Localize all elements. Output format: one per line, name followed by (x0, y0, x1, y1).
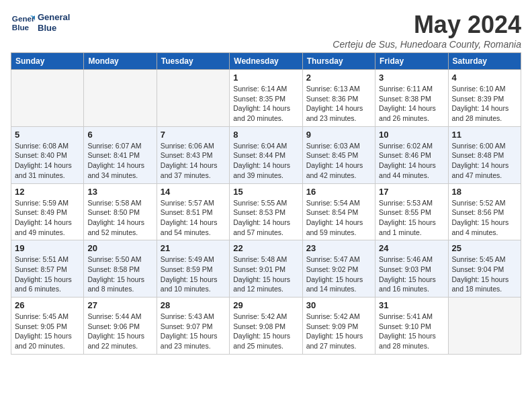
calendar-cell: 18Sunrise: 5:52 AM Sunset: 8:56 PM Dayli… (448, 183, 521, 240)
calendar-cell: 3Sunrise: 6:11 AM Sunset: 8:38 PM Daylig… (375, 70, 448, 127)
day-info: Sunrise: 5:55 AM Sunset: 8:53 PM Dayligh… (233, 198, 298, 238)
day-number: 15 (233, 187, 298, 197)
day-number: 1 (233, 73, 298, 83)
day-info: Sunrise: 5:57 AM Sunset: 8:51 PM Dayligh… (161, 198, 226, 238)
day-number: 20 (87, 243, 152, 253)
calendar-cell: 24Sunrise: 5:46 AM Sunset: 9:03 PM Dayli… (375, 240, 448, 298)
day-info: Sunrise: 5:42 AM Sunset: 9:09 PM Dayligh… (306, 312, 371, 351)
calendar-cell (157, 70, 229, 127)
week-row-1: 5Sunrise: 6:08 AM Sunset: 8:40 PM Daylig… (11, 126, 521, 183)
day-info: Sunrise: 6:03 AM Sunset: 8:45 PM Dayligh… (306, 141, 371, 181)
day-number: 5 (15, 130, 80, 140)
weekday-header-friday: Friday (375, 53, 448, 70)
weekday-header-saturday: Saturday (448, 53, 521, 70)
day-info: Sunrise: 6:08 AM Sunset: 8:40 PM Dayligh… (15, 141, 80, 181)
calendar-cell: 29Sunrise: 5:42 AM Sunset: 9:08 PM Dayli… (230, 298, 302, 355)
week-row-4: 26Sunrise: 5:45 AM Sunset: 9:05 PM Dayli… (11, 298, 521, 355)
logo-line1: General (38, 12, 70, 23)
day-info: Sunrise: 6:00 AM Sunset: 8:48 PM Dayligh… (452, 141, 517, 181)
calendar-cell: 21Sunrise: 5:49 AM Sunset: 8:59 PM Dayli… (157, 240, 229, 298)
day-info: Sunrise: 6:06 AM Sunset: 8:43 PM Dayligh… (161, 141, 226, 181)
day-info: Sunrise: 5:54 AM Sunset: 8:54 PM Dayligh… (306, 198, 371, 238)
calendar-cell: 30Sunrise: 5:42 AM Sunset: 9:09 PM Dayli… (302, 298, 375, 355)
calendar-cell: 15Sunrise: 5:55 AM Sunset: 8:53 PM Dayli… (230, 183, 302, 240)
calendar-cell: 23Sunrise: 5:47 AM Sunset: 9:02 PM Dayli… (302, 240, 375, 298)
logo: General Blue General Blue (11, 11, 70, 35)
day-info: Sunrise: 5:45 AM Sunset: 9:04 PM Dayligh… (452, 255, 517, 294)
day-number: 22 (233, 243, 298, 253)
weekday-header-tuesday: Tuesday (157, 53, 229, 70)
calendar-cell: 9Sunrise: 6:03 AM Sunset: 8:45 PM Daylig… (302, 126, 375, 183)
day-number: 18 (452, 187, 517, 197)
day-number: 3 (379, 73, 444, 83)
day-info: Sunrise: 6:04 AM Sunset: 8:44 PM Dayligh… (233, 141, 298, 181)
day-number: 10 (379, 130, 444, 140)
calendar-cell: 26Sunrise: 5:45 AM Sunset: 9:05 PM Dayli… (11, 298, 84, 355)
day-info: Sunrise: 6:10 AM Sunset: 8:39 PM Dayligh… (452, 84, 517, 124)
svg-text:Blue: Blue (12, 23, 30, 32)
day-number: 12 (15, 187, 80, 197)
day-number: 26 (15, 300, 80, 310)
calendar-cell: 25Sunrise: 5:45 AM Sunset: 9:04 PM Dayli… (448, 240, 521, 298)
calendar-cell: 10Sunrise: 6:02 AM Sunset: 8:46 PM Dayli… (375, 126, 448, 183)
calendar-cell: 22Sunrise: 5:48 AM Sunset: 9:01 PM Dayli… (230, 240, 302, 298)
day-number: 27 (87, 300, 152, 310)
day-info: Sunrise: 5:47 AM Sunset: 9:02 PM Dayligh… (306, 255, 371, 294)
weekday-header-row: SundayMondayTuesdayWednesdayThursdayFrid… (11, 53, 521, 70)
calendar-cell: 4Sunrise: 6:10 AM Sunset: 8:39 PM Daylig… (448, 70, 521, 127)
calendar-cell (448, 298, 521, 355)
calendar-cell: 11Sunrise: 6:00 AM Sunset: 8:48 PM Dayli… (448, 126, 521, 183)
day-number: 2 (306, 73, 371, 83)
day-info: Sunrise: 5:41 AM Sunset: 9:10 PM Dayligh… (379, 312, 444, 351)
week-row-2: 12Sunrise: 5:59 AM Sunset: 8:49 PM Dayli… (11, 183, 521, 240)
day-info: Sunrise: 5:44 AM Sunset: 9:06 PM Dayligh… (87, 312, 152, 351)
title-block: May 2024 Certeju de Sus, Hunedoara Count… (332, 11, 521, 50)
weekday-header-wednesday: Wednesday (230, 53, 302, 70)
calendar-cell: 27Sunrise: 5:44 AM Sunset: 9:06 PM Dayli… (84, 298, 157, 355)
day-number: 8 (233, 130, 298, 140)
weekday-header-monday: Monday (84, 53, 157, 70)
day-number: 11 (452, 130, 517, 140)
day-info: Sunrise: 6:14 AM Sunset: 8:35 PM Dayligh… (233, 84, 298, 124)
calendar-cell: 14Sunrise: 5:57 AM Sunset: 8:51 PM Dayli… (157, 183, 229, 240)
day-info: Sunrise: 6:13 AM Sunset: 8:36 PM Dayligh… (306, 84, 371, 124)
logo-icon: General Blue (11, 11, 35, 35)
calendar-cell: 1Sunrise: 6:14 AM Sunset: 8:35 PM Daylig… (230, 70, 302, 127)
calendar-cell (11, 70, 84, 127)
svg-text:General: General (12, 14, 35, 23)
day-number: 17 (379, 187, 444, 197)
day-info: Sunrise: 5:51 AM Sunset: 8:57 PM Dayligh… (15, 255, 80, 294)
day-info: Sunrise: 5:45 AM Sunset: 9:05 PM Dayligh… (15, 312, 80, 351)
calendar-cell: 13Sunrise: 5:58 AM Sunset: 8:50 PM Dayli… (84, 183, 157, 240)
day-info: Sunrise: 5:59 AM Sunset: 8:49 PM Dayligh… (15, 198, 80, 238)
week-row-3: 19Sunrise: 5:51 AM Sunset: 8:57 PM Dayli… (11, 240, 521, 298)
day-number: 6 (87, 130, 152, 140)
calendar-cell: 2Sunrise: 6:13 AM Sunset: 8:36 PM Daylig… (302, 70, 375, 127)
day-number: 30 (306, 300, 371, 310)
calendar-cell: 28Sunrise: 5:43 AM Sunset: 9:07 PM Dayli… (157, 298, 229, 355)
calendar-cell (84, 70, 157, 127)
weekday-header-thursday: Thursday (302, 53, 375, 70)
day-number: 19 (15, 243, 80, 253)
day-info: Sunrise: 5:52 AM Sunset: 8:56 PM Dayligh… (452, 198, 517, 238)
logo-line2: Blue (38, 23, 70, 34)
page-header: General Blue General Blue May 2024 Certe… (11, 11, 521, 50)
day-number: 31 (379, 300, 444, 310)
day-number: 24 (379, 243, 444, 253)
day-number: 23 (306, 243, 371, 253)
day-info: Sunrise: 6:11 AM Sunset: 8:38 PM Dayligh… (379, 84, 444, 124)
day-number: 28 (161, 300, 226, 310)
day-number: 4 (452, 73, 517, 83)
day-number: 13 (87, 187, 152, 197)
day-info: Sunrise: 5:50 AM Sunset: 8:58 PM Dayligh… (87, 255, 152, 294)
day-info: Sunrise: 6:07 AM Sunset: 8:41 PM Dayligh… (87, 141, 152, 181)
day-info: Sunrise: 5:58 AM Sunset: 8:50 PM Dayligh… (87, 198, 152, 238)
day-number: 29 (233, 300, 298, 310)
day-number: 7 (161, 130, 226, 140)
day-number: 25 (452, 243, 517, 253)
calendar-cell: 12Sunrise: 5:59 AM Sunset: 8:49 PM Dayli… (11, 183, 84, 240)
calendar-table: SundayMondayTuesdayWednesdayThursdayFrid… (11, 52, 521, 355)
day-number: 21 (161, 243, 226, 253)
calendar-cell: 17Sunrise: 5:53 AM Sunset: 8:55 PM Dayli… (375, 183, 448, 240)
day-info: Sunrise: 5:43 AM Sunset: 9:07 PM Dayligh… (161, 312, 226, 351)
